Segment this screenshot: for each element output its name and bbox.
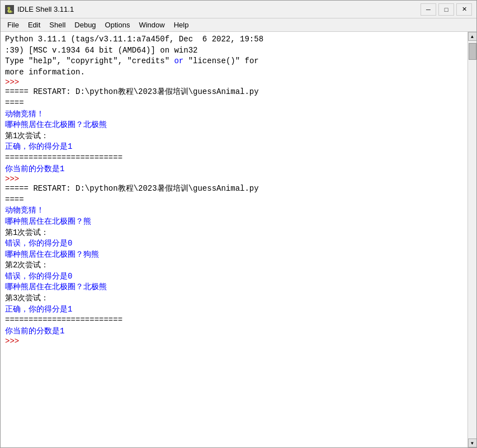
- session1-separator: =========================: [5, 153, 463, 164]
- session1-line-4: 正确，你的得分是1: [5, 142, 463, 153]
- session1-line-3: 第1次尝试：: [5, 131, 463, 142]
- session1-line-1: 动物竞猜！: [5, 109, 463, 120]
- scrollbar-track[interactable]: [468, 41, 476, 438]
- menu-debug[interactable]: Debug: [70, 20, 100, 30]
- scrollbar-thumb[interactable]: [469, 43, 476, 60]
- session1-score: 你当前的分数是1: [5, 164, 463, 175]
- session2-line-3: 第1次尝试：: [5, 228, 463, 239]
- prompt-3: >>>: [5, 337, 22, 346]
- menu-window[interactable]: Window: [134, 20, 169, 30]
- scrollbar-up[interactable]: ▲: [468, 32, 477, 41]
- session2-separator: =========================: [5, 315, 463, 326]
- startup-text: Python 3.11.1 (tags/v3.11.1:a7a450f, Dec…: [5, 34, 463, 78]
- svg-text:🐍: 🐍: [6, 6, 13, 13]
- prompt-line-3: >>>: [5, 337, 463, 346]
- minimize-button[interactable]: ─: [421, 3, 436, 16]
- title-bar-left: 🐍 IDLE Shell 3.11.1: [5, 5, 74, 14]
- menu-options[interactable]: Options: [101, 20, 135, 30]
- app-icon: 🐍: [5, 5, 14, 14]
- menu-edit[interactable]: Edit: [23, 20, 45, 30]
- session2-line-5: 哪种熊居住在北极圈？狗熊: [5, 249, 463, 261]
- menu-help[interactable]: Help: [169, 20, 193, 30]
- session2-line-1: 动物竞猜！: [5, 205, 463, 216]
- session2-line-4: 错误，你的得分是0: [5, 238, 463, 249]
- title-bar: 🐍 IDLE Shell 3.11.1 ─ □ ✕: [1, 1, 476, 18]
- prompt-2: >>>: [5, 175, 22, 183]
- shell-content: Python 3.11.1 (tags/v3.11.1:a7a450f, Dec…: [1, 32, 476, 447]
- prompt-line-1: >>>: [5, 78, 463, 87]
- restart-line-2: ===== RESTART: D:\python教程\2023暑假培训\gues…: [5, 183, 463, 205]
- session2-line-6: 第2次尝试：: [5, 260, 463, 271]
- session2-line-8: 哪种熊居住在北极圈？北极熊: [5, 282, 463, 293]
- session2-score: 你当前的分数是1: [5, 326, 463, 337]
- session2-line-10: 正确，你的得分是1: [5, 304, 463, 315]
- scrollbar[interactable]: ▲ ▼: [467, 32, 476, 447]
- menu-shell[interactable]: Shell: [45, 20, 70, 30]
- prompt-line-2: >>>: [5, 175, 463, 183]
- shell-main[interactable]: Python 3.11.1 (tags/v3.11.1:a7a450f, Dec…: [1, 32, 467, 447]
- menu-bar: File Edit Shell Debug Options Window Hel…: [1, 18, 476, 32]
- session2-line-7: 错误，你的得分是0: [5, 271, 463, 282]
- scrollbar-down[interactable]: ▼: [468, 438, 477, 447]
- session2-line-2: 哪种熊居住在北极圈？熊: [5, 216, 463, 228]
- session2-line-9: 第3次尝试：: [5, 293, 463, 304]
- menu-file[interactable]: File: [3, 20, 23, 30]
- title-bar-controls: ─ □ ✕: [421, 3, 472, 16]
- session1-line-2: 哪种熊居住在北极圈？北极熊: [5, 120, 463, 131]
- window-title: IDLE Shell 3.11.1: [17, 5, 74, 13]
- close-button[interactable]: ✕: [456, 3, 472, 16]
- prompt-1: >>>: [5, 78, 22, 87]
- main-window: 🐍 IDLE Shell 3.11.1 ─ □ ✕ File Edit Shel…: [0, 0, 477, 448]
- restart-line-1: ===== RESTART: D:\python教程\2023暑假培训\gues…: [5, 87, 463, 109]
- maximize-button[interactable]: □: [438, 3, 454, 16]
